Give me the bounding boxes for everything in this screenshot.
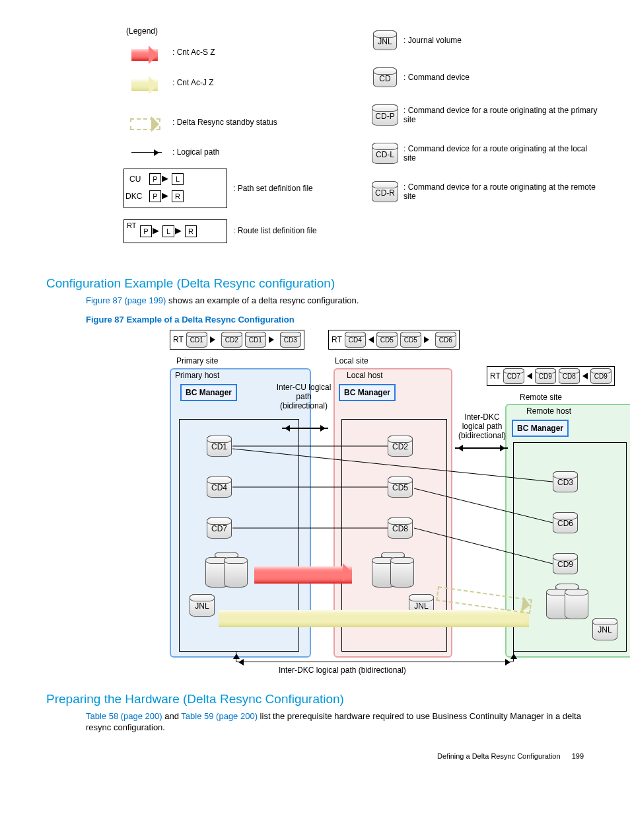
- inter-dkc-bottom-label: Inter-DKC logical path (bidirectional): [279, 666, 406, 675]
- local-site-label: Local site: [335, 356, 368, 365]
- arrow-icon: [210, 336, 219, 343]
- cylinder-icon: CD5: [388, 477, 413, 498]
- figure-caption-87: Figure 87 Example of a Delta Resync Conf…: [86, 315, 584, 325]
- link-table-59[interactable]: Table 59 (page 200): [181, 711, 258, 721]
- link-table-58[interactable]: Table 58 (page 200): [86, 711, 162, 721]
- path-set-box: CU P ▶ L DKC P ▶ R: [123, 169, 227, 208]
- cylinder-icon: JNL: [592, 618, 617, 640]
- cylinder-icon: JNL: [373, 30, 397, 50]
- box-r: R: [185, 225, 197, 237]
- cyl-label: CD2: [388, 442, 412, 451]
- arrow-icon: [368, 336, 374, 343]
- primary-site-label: Primary site: [176, 356, 218, 365]
- para-prepare-hardware: Table 58 (page 200) and Table 59 (page 2…: [86, 710, 584, 734]
- page-footer: Defining a Delta Resync Configuration 19…: [46, 752, 584, 760]
- label: CU: [129, 174, 141, 184]
- cylinder-icon: CD3: [280, 332, 301, 348]
- arrow-up-icon: [513, 651, 514, 662]
- cyl-label: CD1: [207, 442, 231, 451]
- box-p: P: [149, 173, 161, 185]
- cyl-label: CD1: [187, 336, 207, 344]
- cylinder-icon: CD1: [186, 332, 207, 348]
- link-figure-87[interactable]: Figure 87 (page 199): [86, 295, 166, 305]
- arrow-icon: ▶: [162, 190, 168, 200]
- inter-cu-label: Inter-CU logical path (bidirectional): [274, 383, 333, 411]
- cyl-label: CD5: [377, 336, 397, 344]
- primary-host-label: Primary host: [175, 371, 219, 380]
- cylinder-icon: CD9: [590, 368, 612, 384]
- cylinder-icon: CD1: [245, 332, 266, 348]
- cylinder-icon: CD3: [553, 471, 578, 492]
- rt-box-1: RT CD1 CD2 CD1 CD3: [170, 330, 304, 350]
- cyl-label: CD6: [436, 336, 456, 344]
- inter-dkc-label: Inter-DKC logical path (bidirectional): [452, 412, 512, 441]
- legend-left-3: : Logical path: [172, 147, 219, 157]
- cylinder-icon: CD8: [388, 517, 413, 539]
- heading-prepare-hardware: Preparing the Hardware (Delta Resync Con…: [46, 692, 584, 706]
- box-l: L: [162, 225, 174, 237]
- cylinder-icon: CD5: [400, 332, 421, 348]
- cylinder-icon: CD2: [388, 436, 413, 457]
- arrow-icon: [254, 566, 352, 584]
- cyl-label: CD9: [553, 560, 577, 569]
- arrow-icon: [131, 49, 158, 61]
- cylinder-icon: CD: [373, 67, 397, 87]
- cyl-label: CD9: [536, 373, 555, 380]
- arrow-icon: ▶: [153, 225, 159, 235]
- cyl-label: CD6: [553, 519, 577, 528]
- arrow-icon: [131, 79, 158, 91]
- legend-right-1: : Command device: [403, 73, 470, 82]
- arrow-icon: ▶: [162, 173, 168, 183]
- remote-site-label: Remote site: [520, 393, 562, 402]
- cyl-label: CD5: [388, 483, 412, 492]
- figure-87: RT CD1 CD2 CD1 CD3 RT CD4 CD5 CD5 CD6 RT…: [170, 330, 630, 680]
- cyl-label: CD8: [388, 524, 412, 533]
- arrow-icon: [219, 610, 529, 627]
- cylinder-icon: CD9: [553, 553, 578, 574]
- cylinder-icon: CD4: [345, 332, 366, 348]
- legend-left-4: : Path set definition file: [233, 184, 313, 193]
- heading-config-example: Configuration Example (Delta Resync conf…: [46, 276, 584, 291]
- route-list-box: RT P ▶ L ▶ R: [123, 219, 227, 243]
- local-host-label: Local host: [347, 371, 383, 380]
- rt-box-2: RT CD4 CD5 CD5 CD6: [328, 330, 460, 350]
- storage-cluster-icon: [199, 552, 252, 588]
- cyl-label: CD1: [246, 336, 265, 344]
- arrow-icon: [131, 152, 162, 153]
- cyl-label: CD8: [559, 373, 579, 380]
- cylinder-icon: CD9: [535, 368, 556, 384]
- cyl-label: CD-L: [372, 150, 398, 159]
- cylinder-icon: CD8: [559, 368, 580, 384]
- box-l: L: [172, 173, 184, 185]
- legend-left-0: : Cnt Ac-S Z: [172, 48, 215, 57]
- bidir-arrow-icon: [455, 447, 508, 449]
- cyl-label: CD-R: [372, 188, 398, 198]
- cyl-label: CD9: [591, 373, 611, 380]
- cylinder-icon: CD1: [207, 436, 232, 457]
- cylinder-icon: CD-L: [372, 143, 398, 164]
- cyl-label: CD5: [401, 336, 421, 344]
- legend-left-2: : Delta Resync standby status: [172, 118, 277, 127]
- arrow-icon: [527, 373, 532, 379]
- legend-diagram: (Legend) : Cnt Ac-S Z : Cnt Ac-J Z : Del…: [123, 26, 625, 264]
- rt-label: RT: [332, 335, 342, 344]
- legend-right-2: : Command device for a route originating…: [403, 106, 602, 124]
- cyl-label: CD4: [207, 483, 231, 492]
- remote-host-label: Remote host: [526, 406, 571, 416]
- storage-cluster-icon: [365, 552, 418, 588]
- bc-manager-primary: BC Manager: [180, 384, 237, 401]
- para-config-example: Figure 87 (page 199) shows an example of…: [86, 295, 584, 307]
- label: RT: [127, 221, 136, 229]
- bidir-arrow-icon: [282, 428, 328, 429]
- cyl-label: CD3: [281, 336, 300, 344]
- footer-title: Defining a Delta Resync Configuration: [437, 752, 561, 760]
- storage-cluster-icon: [540, 584, 592, 620]
- page-number: 199: [572, 752, 584, 760]
- legend-left-1: : Cnt Ac-J Z: [172, 78, 214, 87]
- text: and: [162, 711, 182, 721]
- arrow-icon: [582, 373, 588, 379]
- cylinder-icon: CD4: [207, 477, 232, 498]
- rt-label: RT: [173, 335, 184, 344]
- cylinder-icon: CD7: [503, 368, 524, 384]
- arrow-icon: [424, 336, 433, 343]
